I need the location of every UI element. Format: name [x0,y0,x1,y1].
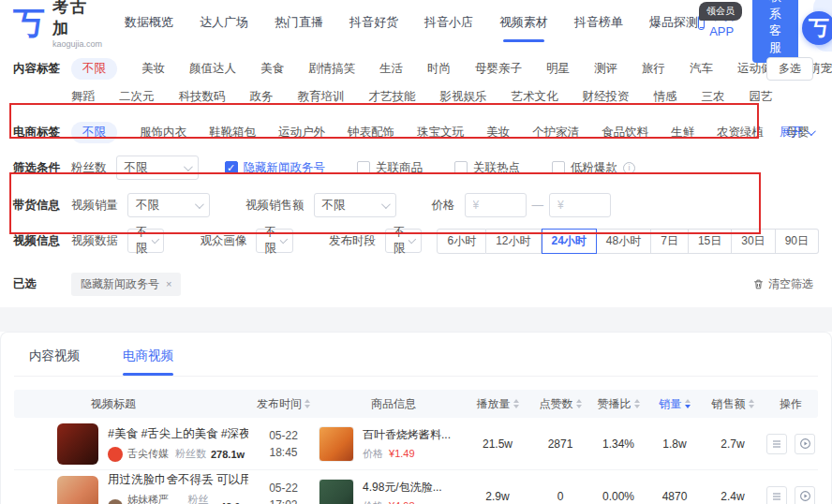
checkbox-hide-news[interactable]: ✓ 隐藏新闻政务号 [225,160,326,176]
video-thumbnail[interactable] [57,476,98,504]
price-max-input[interactable] [549,193,611,217]
nav-item-hot-product[interactable]: 爆品探测 [649,1,698,44]
product-name-link[interactable]: 百叶香烧烤酱料... [363,427,451,443]
clear-filters-button[interactable]: 清空筛选 [752,276,813,292]
col-header-revenue[interactable]: 销售额 [702,396,764,412]
content-tag[interactable]: 科技数码 [179,89,226,105]
time-range-button[interactable]: 12小时 [486,229,541,254]
ecom-tag[interactable]: 钟表配饰 [348,125,394,141]
content-tag[interactable]: 剧情搞笑 [308,61,355,77]
publish-period-select[interactable]: 不限 [385,229,422,253]
product-name-link[interactable]: 4.98元/包洗脸... [363,480,442,496]
fans-label: 粉丝数 [187,493,215,504]
audience-select[interactable]: 不限 [256,229,292,253]
content-tag[interactable]: 艺术文化 [512,89,558,105]
time-range-button[interactable]: 15日 [689,229,732,254]
content-tag[interactable]: 旅行 [642,61,665,77]
video-title-link[interactable]: 用过洗脸巾舍不得丢 可以用来... [108,472,248,488]
fans-count-select[interactable]: 不限 [116,156,199,180]
brand-logo[interactable]: 丂 考古加 kaogujia.com [13,0,102,49]
floating-logo-button[interactable]: 丂 [802,11,832,45]
time-range-button[interactable]: 24小时 [542,229,597,254]
content-tag[interactable]: 时尚 [427,61,451,77]
nav-item-data-overview[interactable]: 数据概览 [125,1,173,44]
nav-item-douyin-shop[interactable]: 抖音小店 [424,1,473,44]
table-row[interactable]: 用过洗脸巾舍不得丢 可以用来... 姊妹稀严选... 粉丝数 43.0w 05-… [14,470,818,504]
content-tag[interactable]: 颜值达人 [189,61,236,77]
ecom-tag[interactable]: 农资绿植 [717,125,764,141]
time-range-button[interactable]: 7日 [651,229,689,254]
content-tag[interactable]: 三农 [702,89,725,105]
detail-list-button[interactable] [766,486,787,504]
video-revenue-select[interactable]: 不限 [314,193,396,217]
checkbox-linked-product[interactable]: 关联商品 [357,160,423,176]
content-tag[interactable]: 美妆 [141,61,165,77]
col-header-publish-time[interactable]: 发布时间 [248,396,319,412]
video-data-select[interactable]: 不限 [127,229,164,253]
author-name[interactable]: 舌尖传媒 [127,447,169,461]
content-tag[interactable]: 生活 [379,61,403,77]
content-tag[interactable]: 影视娱乐 [440,89,487,105]
table-row[interactable]: #美食 #舌尖上的美食 #深夜放... 舌尖传媒 粉丝数 278.1w 05-2… [14,418,818,470]
ecom-tag[interactable]: 食品饮料 [602,125,648,141]
product-thumbnail[interactable] [319,426,354,462]
content-tag[interactable]: 才艺技能 [369,89,416,105]
nav-item-creator-plaza[interactable]: 达人广场 [200,1,248,44]
price-min-input[interactable] [465,193,527,217]
content-tag[interactable]: 舞蹈 [71,89,95,105]
content-tag[interactable]: 教育培训 [298,89,345,105]
content-tag[interactable]: 二次元 [119,89,155,105]
play-video-button[interactable] [795,486,815,504]
time-range-button[interactable]: 6小时 [437,229,486,254]
time-range-button[interactable]: 48小时 [597,229,651,254]
ecom-tag-unlimited[interactable]: 不限 [71,122,117,143]
author-name[interactable]: 姊妹稀严选... [127,493,181,504]
video-title-link[interactable]: #美食 #舌尖上的美食 #深夜放... [108,426,248,442]
ecom-tag[interactable]: 珠宝文玩 [417,125,464,141]
content-tag[interactable]: 财经投资 [583,89,630,105]
col-header-plays[interactable]: 播放量 [464,396,531,412]
col-header-ratio[interactable]: 赞播比 [589,396,647,412]
ecom-tag[interactable]: 个护家清 [532,125,579,141]
content-tag[interactable]: 园艺 [750,89,773,105]
col-header-sales-sorted[interactable]: 销量 [647,396,702,412]
checkbox-lowfans-hit[interactable]: 低粉爆款 i [552,160,635,176]
ecom-tag[interactable]: 生鲜 [671,125,694,141]
tab-content-video[interactable]: 内容视频 [29,348,80,376]
ecom-tag[interactable]: 美妆 [486,125,510,141]
ecom-tag[interactable]: 服饰内衣 [140,125,186,141]
publish-time-cell: 05-2217:02 [248,480,319,504]
video-thumbnail[interactable] [57,423,98,465]
content-tag[interactable]: 情感 [654,89,677,105]
video-sales-select[interactable]: 不限 [127,193,210,217]
nav-item-video-material[interactable]: 视频素材 [499,1,548,44]
nav-item-hot-live[interactable]: 热门直播 [275,1,323,44]
time-range-button[interactable]: 30日 [732,229,775,254]
ecom-tag[interactable]: 鞋靴箱包 [209,125,256,141]
content-tag[interactable]: 明星 [546,61,570,77]
col-header-ops: 操作 [764,396,818,412]
content-tag[interactable]: 政务 [250,89,274,105]
info-icon[interactable]: i [623,162,635,174]
col-header-likes[interactable]: 点赞数 [531,396,589,412]
content-tag[interactable]: 美食 [260,61,284,77]
author-avatar[interactable] [108,447,123,462]
remove-tag-icon[interactable]: × [166,278,171,289]
nav-item-douyin-rank[interactable]: 抖音榜单 [574,1,623,44]
nav-item-douyin-goods[interactable]: 抖音好货 [349,1,398,44]
expand-link[interactable]: 展开 [780,125,813,141]
content-tag-unlimited[interactable]: 不限 [71,58,117,80]
content-tag[interactable]: 测评 [594,61,617,77]
ecom-tag[interactable]: 运动户外 [278,125,325,141]
content-tag[interactable]: 汽车 [690,61,713,77]
checkbox-linked-hotspot[interactable]: 关联热点 [454,160,520,176]
tab-ecom-video[interactable]: 电商视频 [123,348,173,376]
time-range-button[interactable]: 90日 [776,229,819,254]
author-avatar[interactable] [108,499,123,504]
play-video-button[interactable] [795,434,815,454]
audience-label: 观众画像 [200,233,246,249]
detail-list-button[interactable] [766,434,787,454]
multi-select-button[interactable]: 多选 [766,57,813,81]
product-thumbnail[interactable] [319,479,354,504]
content-tag[interactable]: 母婴亲子 [475,61,522,77]
